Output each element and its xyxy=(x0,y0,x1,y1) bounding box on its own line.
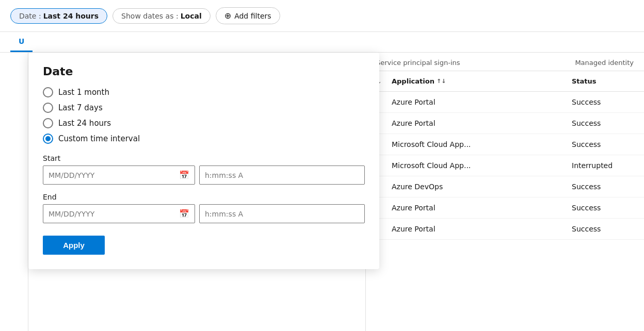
start-calendar-icon[interactable]: 📅 xyxy=(179,170,189,180)
show-dates-label: Show dates as : xyxy=(121,12,179,20)
start-fields-section: Start 📅 xyxy=(43,154,365,185)
table-body: Azure Portal Success Azure Portal Succes… xyxy=(366,92,644,240)
app-cell: Microsoft Cloud App... xyxy=(392,140,572,148)
table-row[interactable]: Microsoft Cloud App... Interrupted xyxy=(366,155,644,176)
table-row[interactable]: Azure DevOps Success xyxy=(366,176,644,197)
end-date-row: 📅 xyxy=(43,204,365,223)
managed-identity-label: Managed identity xyxy=(575,59,634,67)
tab-bar: U xyxy=(0,32,644,53)
radio-circle-custom xyxy=(43,134,53,144)
status-cell: Success xyxy=(572,183,634,191)
radio-label-custom: Custom time interval xyxy=(58,134,140,143)
app-cell: Azure Portal xyxy=(392,98,572,106)
service-principal-label: Service principal sign-ins xyxy=(376,59,460,67)
radio-last1month[interactable]: Last 1 month xyxy=(43,87,365,97)
col-application-header: Application ↑↓ xyxy=(392,77,572,85)
status-cell: Success xyxy=(572,225,634,233)
radio-label-last24hours: Last 24 hours xyxy=(58,119,111,128)
radio-custom[interactable]: Custom time interval xyxy=(43,134,365,144)
radio-circle-last24hours xyxy=(43,118,53,128)
radio-circle-last7days xyxy=(43,103,53,113)
status-cell: Success xyxy=(572,140,634,148)
table-row[interactable]: Microsoft Cloud App... Success xyxy=(366,134,644,155)
table-area: Service principal sign-ins Managed ident… xyxy=(365,53,644,331)
start-time-input-wrapper[interactable] xyxy=(199,166,365,185)
add-filters-button[interactable]: ⊕ Add filters xyxy=(216,7,280,24)
date-filter-pill[interactable]: Date : Last 24 hours xyxy=(10,8,107,24)
radio-label-last1month: Last 1 month xyxy=(58,88,109,97)
end-calendar-icon[interactable]: 📅 xyxy=(179,209,189,219)
app-cell: Azure DevOps xyxy=(392,183,572,191)
date-pill-label: Date : xyxy=(19,12,41,20)
end-date-input-wrapper[interactable]: 📅 xyxy=(43,204,195,223)
status-cell: Success xyxy=(572,98,634,106)
end-time-input-wrapper[interactable] xyxy=(199,204,365,223)
status-cell: Interrupted xyxy=(572,161,634,170)
page-wrapper: Date : Last 24 hours Show dates as : Loc… xyxy=(0,0,644,331)
add-filters-icon: ⊕ xyxy=(224,11,231,21)
tab-user-sign-ins[interactable]: U xyxy=(10,32,33,52)
end-label: End xyxy=(43,193,365,201)
table-row[interactable]: Azure Portal Success xyxy=(366,113,644,134)
app-cell: Microsoft Cloud App... xyxy=(392,161,572,170)
end-fields-section: End 📅 xyxy=(43,193,365,223)
start-date-row: 📅 xyxy=(43,166,365,185)
apply-button[interactable]: Apply xyxy=(43,236,105,255)
left-strip xyxy=(0,53,28,331)
application-sort-icon[interactable]: ↑↓ xyxy=(437,78,446,85)
table-header: ↓ Application ↑↓ Status xyxy=(366,71,644,92)
app-cell: Azure Portal xyxy=(392,204,572,212)
filter-bar: Date : Last 24 hours Show dates as : Loc… xyxy=(0,0,644,32)
table-row[interactable]: Azure Portal Success xyxy=(366,219,644,240)
table-row[interactable]: Azure Portal Success xyxy=(366,92,644,113)
show-dates-pill[interactable]: Show dates as : Local xyxy=(112,8,211,24)
add-filters-label: Add filters xyxy=(234,12,271,20)
radio-last24hours[interactable]: Last 24 hours xyxy=(43,118,365,128)
date-dropdown-panel: Date Last 1 month Last 7 days Last 24 ho… xyxy=(28,53,379,269)
status-cell: Success xyxy=(572,119,634,127)
radio-label-last7days: Last 7 days xyxy=(58,103,103,112)
end-time-input[interactable] xyxy=(205,210,359,218)
application-header-label: Application xyxy=(392,77,434,85)
start-date-input-wrapper[interactable]: 📅 xyxy=(43,166,195,185)
start-label: Start xyxy=(43,154,365,162)
app-cell: Azure Portal xyxy=(392,119,572,127)
table-row[interactable]: Azure Portal Success xyxy=(366,197,644,219)
radio-last7days[interactable]: Last 7 days xyxy=(43,103,365,113)
app-cell: Azure Portal xyxy=(392,225,572,233)
date-dropdown-title: Date xyxy=(43,65,365,78)
date-pill-value: Last 24 hours xyxy=(43,12,99,20)
table-section-label: Service principal sign-ins Managed ident… xyxy=(366,53,644,71)
end-date-input[interactable] xyxy=(49,210,179,218)
show-dates-value: Local xyxy=(181,12,202,20)
start-date-input[interactable] xyxy=(49,171,179,179)
start-time-input[interactable] xyxy=(205,171,359,179)
radio-group: Last 1 month Last 7 days Last 24 hours C… xyxy=(43,87,365,144)
col-status-header: Status xyxy=(572,77,634,85)
main-content: Date Last 1 month Last 7 days Last 24 ho… xyxy=(0,53,644,331)
radio-circle-last1month xyxy=(43,87,53,97)
status-cell: Success xyxy=(572,204,634,212)
